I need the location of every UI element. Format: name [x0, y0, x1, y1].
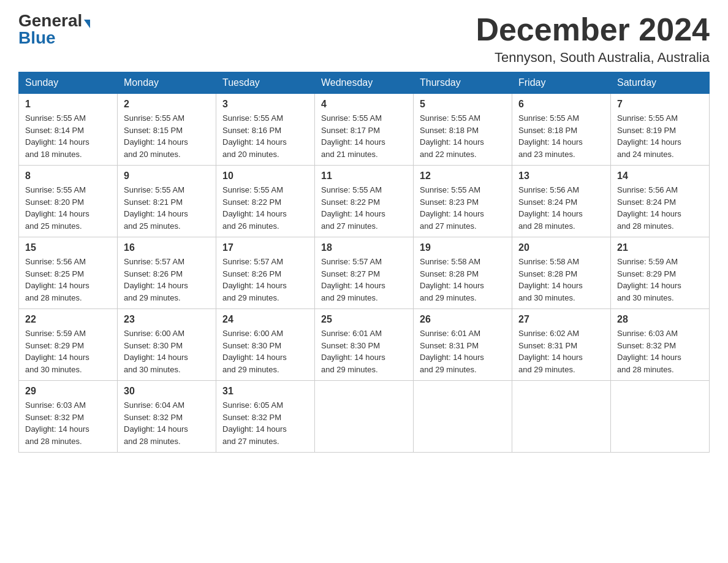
sun-info: Sunrise: 5:59 AMSunset: 8:29 PMDaylight:… [25, 329, 89, 374]
day-number: 14 [617, 170, 703, 182]
calendar-cell: 21 Sunrise: 5:59 AMSunset: 8:29 PMDaylig… [611, 237, 710, 309]
calendar-cell: 24 Sunrise: 6:00 AMSunset: 8:30 PMDaylig… [216, 309, 315, 381]
title-area: December 2024 Tennyson, South Australia,… [476, 12, 710, 66]
sun-info: Sunrise: 5:57 AMSunset: 8:26 PMDaylight:… [124, 257, 188, 302]
sun-info: Sunrise: 6:01 AMSunset: 8:30 PMDaylight:… [321, 329, 385, 374]
day-number: 29 [25, 386, 111, 397]
sun-info: Sunrise: 5:55 AMSunset: 8:20 PMDaylight:… [25, 185, 89, 231]
day-number: 23 [124, 314, 210, 325]
calendar-cell: 16 Sunrise: 5:57 AMSunset: 8:26 PMDaylig… [118, 237, 216, 309]
sun-info: Sunrise: 6:03 AMSunset: 8:32 PMDaylight:… [25, 400, 89, 446]
calendar-cell [611, 381, 710, 453]
day-number: 28 [617, 314, 703, 325]
sun-info: Sunrise: 6:05 AMSunset: 8:32 PMDaylight:… [222, 400, 287, 446]
calendar-table: Sunday Monday Tuesday Wednesday Thursday… [18, 72, 710, 453]
calendar-cell: 11 Sunrise: 5:55 AMSunset: 8:22 PMDaylig… [315, 166, 414, 237]
month-title: December 2024 [476, 12, 710, 47]
sun-info: Sunrise: 5:58 AMSunset: 8:28 PMDaylight:… [518, 257, 583, 302]
calendar-cell: 19 Sunrise: 5:58 AMSunset: 8:28 PMDaylig… [414, 237, 512, 309]
calendar-cell: 17 Sunrise: 5:57 AMSunset: 8:26 PMDaylig… [216, 237, 315, 309]
sun-info: Sunrise: 6:00 AMSunset: 8:30 PMDaylight:… [124, 329, 188, 374]
day-number: 6 [518, 99, 604, 110]
calendar-cell [512, 381, 611, 453]
col-friday: Friday [512, 72, 611, 94]
sun-info: Sunrise: 5:55 AMSunset: 8:18 PMDaylight:… [420, 113, 484, 159]
sun-info: Sunrise: 5:56 AMSunset: 8:25 PMDaylight:… [25, 257, 89, 302]
calendar-cell: 6 Sunrise: 5:55 AMSunset: 8:18 PMDayligh… [512, 94, 611, 166]
day-number: 27 [518, 314, 604, 325]
sun-info: Sunrise: 5:55 AMSunset: 8:15 PMDaylight:… [124, 113, 188, 159]
calendar-cell [315, 381, 414, 453]
day-number: 18 [321, 242, 407, 253]
day-number: 31 [222, 386, 308, 397]
week-row-4: 22 Sunrise: 5:59 AMSunset: 8:29 PMDaylig… [19, 309, 710, 381]
calendar-cell: 18 Sunrise: 5:57 AMSunset: 8:27 PMDaylig… [315, 237, 414, 309]
header-row: Sunday Monday Tuesday Wednesday Thursday… [19, 72, 710, 94]
calendar-cell: 30 Sunrise: 6:04 AMSunset: 8:32 PMDaylig… [118, 381, 216, 453]
day-number: 1 [25, 99, 111, 110]
day-number: 30 [124, 386, 210, 397]
location-title: Tennyson, South Australia, Australia [476, 50, 710, 66]
sun-info: Sunrise: 6:03 AMSunset: 8:32 PMDaylight:… [617, 329, 681, 374]
calendar-cell: 3 Sunrise: 5:55 AMSunset: 8:16 PMDayligh… [216, 94, 315, 166]
day-number: 3 [222, 99, 308, 110]
day-number: 11 [321, 170, 407, 182]
week-row-1: 1 Sunrise: 5:55 AMSunset: 8:14 PMDayligh… [19, 94, 710, 166]
calendar-cell: 4 Sunrise: 5:55 AMSunset: 8:17 PMDayligh… [315, 94, 414, 166]
sun-info: Sunrise: 5:55 AMSunset: 8:19 PMDaylight:… [617, 113, 681, 159]
day-number: 22 [25, 314, 111, 325]
sun-info: Sunrise: 5:55 AMSunset: 8:22 PMDaylight:… [222, 185, 287, 231]
day-number: 24 [222, 314, 308, 325]
day-number: 2 [124, 99, 210, 110]
week-row-3: 15 Sunrise: 5:56 AMSunset: 8:25 PMDaylig… [19, 237, 710, 309]
day-number: 10 [222, 170, 308, 182]
sun-info: Sunrise: 6:00 AMSunset: 8:30 PMDaylight:… [222, 329, 287, 374]
calendar-cell: 26 Sunrise: 6:01 AMSunset: 8:31 PMDaylig… [414, 309, 512, 381]
col-sunday: Sunday [19, 72, 118, 94]
sun-info: Sunrise: 6:02 AMSunset: 8:31 PMDaylight:… [518, 329, 583, 374]
week-row-5: 29 Sunrise: 6:03 AMSunset: 8:32 PMDaylig… [19, 381, 710, 453]
day-number: 19 [420, 242, 506, 253]
week-row-2: 8 Sunrise: 5:55 AMSunset: 8:20 PMDayligh… [19, 166, 710, 237]
calendar-cell [414, 381, 512, 453]
calendar-cell: 1 Sunrise: 5:55 AMSunset: 8:14 PMDayligh… [19, 94, 118, 166]
calendar-cell: 10 Sunrise: 5:55 AMSunset: 8:22 PMDaylig… [216, 166, 315, 237]
calendar-cell: 22 Sunrise: 5:59 AMSunset: 8:29 PMDaylig… [19, 309, 118, 381]
calendar-cell: 5 Sunrise: 5:55 AMSunset: 8:18 PMDayligh… [414, 94, 512, 166]
calendar-cell: 13 Sunrise: 5:56 AMSunset: 8:24 PMDaylig… [512, 166, 611, 237]
col-saturday: Saturday [611, 72, 710, 94]
sun-info: Sunrise: 5:55 AMSunset: 8:22 PMDaylight:… [321, 185, 385, 231]
sun-info: Sunrise: 5:55 AMSunset: 8:14 PMDaylight:… [25, 113, 89, 159]
logo-blue-text: Blue [18, 28, 56, 47]
day-number: 26 [420, 314, 506, 325]
sun-info: Sunrise: 5:57 AMSunset: 8:27 PMDaylight:… [321, 257, 385, 302]
day-number: 7 [617, 99, 703, 110]
sun-info: Sunrise: 5:59 AMSunset: 8:29 PMDaylight:… [617, 257, 681, 302]
day-number: 13 [518, 170, 604, 182]
calendar-cell: 9 Sunrise: 5:55 AMSunset: 8:21 PMDayligh… [118, 166, 216, 237]
sun-info: Sunrise: 5:55 AMSunset: 8:23 PMDaylight:… [420, 185, 484, 231]
calendar-cell: 7 Sunrise: 5:55 AMSunset: 8:19 PMDayligh… [611, 94, 710, 166]
day-number: 21 [617, 242, 703, 253]
calendar-cell: 15 Sunrise: 5:56 AMSunset: 8:25 PMDaylig… [19, 237, 118, 309]
day-number: 5 [420, 99, 506, 110]
logo-general-text: General [18, 11, 82, 30]
sun-info: Sunrise: 5:55 AMSunset: 8:17 PMDaylight:… [321, 113, 385, 159]
day-number: 17 [222, 242, 308, 253]
sun-info: Sunrise: 6:04 AMSunset: 8:32 PMDaylight:… [124, 400, 188, 446]
sun-info: Sunrise: 5:57 AMSunset: 8:26 PMDaylight:… [222, 257, 287, 302]
calendar-cell: 23 Sunrise: 6:00 AMSunset: 8:30 PMDaylig… [118, 309, 216, 381]
calendar-cell: 14 Sunrise: 5:56 AMSunset: 8:24 PMDaylig… [611, 166, 710, 237]
sun-info: Sunrise: 5:55 AMSunset: 8:16 PMDaylight:… [222, 113, 287, 159]
sun-info: Sunrise: 6:01 AMSunset: 8:31 PMDaylight:… [420, 329, 484, 374]
calendar-cell: 27 Sunrise: 6:02 AMSunset: 8:31 PMDaylig… [512, 309, 611, 381]
day-number: 20 [518, 242, 604, 253]
col-monday: Monday [118, 72, 216, 94]
calendar-cell: 2 Sunrise: 5:55 AMSunset: 8:15 PMDayligh… [118, 94, 216, 166]
logo-triangle-icon [84, 20, 90, 28]
sun-info: Sunrise: 5:55 AMSunset: 8:21 PMDaylight:… [124, 185, 188, 231]
sun-info: Sunrise: 5:55 AMSunset: 8:18 PMDaylight:… [518, 113, 583, 159]
day-number: 8 [25, 170, 111, 182]
calendar-cell: 25 Sunrise: 6:01 AMSunset: 8:30 PMDaylig… [315, 309, 414, 381]
day-number: 15 [25, 242, 111, 253]
